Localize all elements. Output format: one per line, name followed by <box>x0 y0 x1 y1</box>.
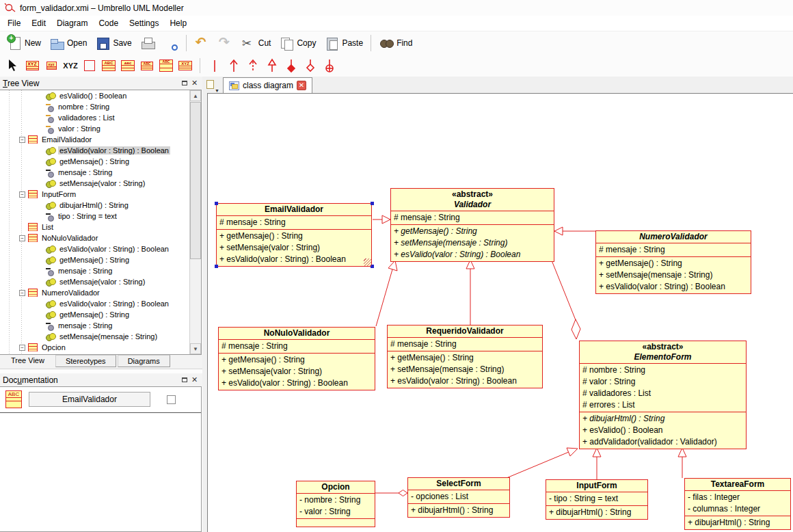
print-preview-button[interactable] <box>159 34 183 53</box>
selection-handle[interactable] <box>215 265 218 268</box>
tree-item[interactable]: −InputForm <box>0 189 189 200</box>
uml-attribute: # valor : String <box>580 376 746 388</box>
tree-item[interactable]: valor : String <box>0 123 189 134</box>
tab-diagrams[interactable]: Diagrams <box>118 355 170 367</box>
selection-handle[interactable] <box>371 202 374 205</box>
tree-item[interactable]: esValido(valor : String) : Boolean <box>0 298 189 309</box>
paste-icon <box>324 36 339 51</box>
float-icon[interactable] <box>179 375 189 385</box>
copy-button[interactable]: Copy <box>275 34 320 53</box>
tree-scrollbar[interactable]: ▲ ▼ <box>189 90 201 354</box>
tree-item[interactable]: esValido(valor : String) : Boolean <box>0 145 189 156</box>
tree-item[interactable]: getMensaje() : String <box>0 254 189 265</box>
uml-operation: + setMensaje(valor : String) <box>217 242 371 254</box>
tree-expander-icon[interactable]: − <box>19 290 25 296</box>
tree-expander-icon[interactable]: − <box>19 235 25 241</box>
composition-tool[interactable] <box>282 57 300 75</box>
box-tool[interactable] <box>81 57 98 75</box>
new-button[interactable]: New <box>3 34 45 53</box>
save-button[interactable]: Save <box>91 34 135 53</box>
window-title: form_validador.xmi – Umbrello UML Modell… <box>20 3 184 13</box>
tree-item[interactable]: List <box>0 222 189 232</box>
package-tool[interactable]: XYZ <box>176 57 194 75</box>
note-tool[interactable]: XYZ <box>23 57 41 75</box>
menu-diagram[interactable]: Diagram <box>51 16 93 30</box>
menu-code[interactable]: Code <box>93 16 124 30</box>
tab-tree-view[interactable]: Tree View <box>1 355 54 366</box>
tree-item[interactable]: −NumeroValidador <box>0 287 189 298</box>
tree-item[interactable]: mensaje : String <box>0 265 189 276</box>
uml-class-Opcion[interactable]: Opcion- nombre : String- valor : String <box>296 481 375 527</box>
main-toolbar: NewOpenSaveCutCopyPasteFind <box>0 31 793 55</box>
open-button[interactable]: Open <box>45 34 91 53</box>
uml-class-ElementoForm[interactable]: «abstract»ElementoForm# nombre : String#… <box>579 341 747 449</box>
object-tool[interactable]: xyz <box>42 57 60 75</box>
resize-grip[interactable] <box>364 258 371 266</box>
tree-item[interactable]: validadores : List <box>0 112 189 123</box>
menu-edit[interactable]: Edit <box>26 16 51 30</box>
datatype-tool[interactable]: ABC <box>138 57 156 75</box>
uml-class-SelectForm[interactable]: SelectForm- opciones : List+ dibujarHtml… <box>407 477 510 518</box>
aggregation-tool[interactable] <box>301 57 319 75</box>
tree-item[interactable]: mensaje : String <box>0 320 189 331</box>
paste-button[interactable]: Paste <box>320 34 367 53</box>
diagram-canvas[interactable]: EmailValidador# mensaje : String+ getMen… <box>207 93 793 532</box>
select-arrow-tool[interactable] <box>4 57 22 75</box>
selection-handle[interactable] <box>215 202 218 205</box>
class-tool[interactable]: ABC <box>100 57 118 75</box>
tab-list-icon[interactable]: ▼ <box>204 79 220 93</box>
close-icon[interactable]: ✕ <box>189 79 200 88</box>
tree-item[interactable]: esValido() : Boolean <box>0 90 189 101</box>
generalization-tool[interactable] <box>263 57 281 75</box>
tree-expander-icon[interactable]: − <box>19 137 25 143</box>
tree-item[interactable]: mensaje : String <box>0 167 189 178</box>
menu-file[interactable]: File <box>2 16 26 30</box>
documentation-item-name[interactable]: EmailValidador <box>29 392 150 407</box>
uml-class-RequeridoValidador[interactable]: RequeridoValidador# mensaje : String+ ge… <box>387 325 543 388</box>
interface-tool[interactable]: ᴀʙᴄ <box>119 57 137 75</box>
enum-tool[interactable]: ABC <box>157 57 175 75</box>
menu-settings[interactable]: Settings <box>124 16 164 30</box>
tree-item[interactable]: −NoNuloValidador <box>0 232 189 243</box>
redo-button[interactable] <box>213 34 237 53</box>
tab-close-icon[interactable]: ✕ <box>297 81 306 90</box>
tree-item[interactable]: getMensaje() : String <box>0 156 189 167</box>
scroll-down-icon[interactable]: ▼ <box>190 343 201 354</box>
documentation-checkbox[interactable] <box>167 395 176 404</box>
uml-class-TextareaForm[interactable]: TextareaForm- filas : Integer- columnas … <box>684 478 791 530</box>
uml-class-NoNuloValidador[interactable]: NoNuloValidador# mensaje : String+ getMe… <box>218 327 375 390</box>
menu-help[interactable]: Help <box>164 16 192 30</box>
find-button[interactable]: Find <box>375 34 416 53</box>
undo-icon <box>194 36 209 51</box>
dependency-tool[interactable] <box>244 57 262 75</box>
tab-class-diagram[interactable]: class diagram ✕ <box>223 77 312 93</box>
tree-item[interactable]: setMensaje(mensaje : String) <box>0 331 189 342</box>
association-tool[interactable] <box>206 57 224 75</box>
tree-item[interactable]: setMensaje(valor : String) <box>0 276 189 287</box>
uml-class-InputForm[interactable]: InputForm- tipo : String = text+ dibujar… <box>546 479 648 520</box>
cut-button[interactable]: Cut <box>237 34 275 53</box>
tab-stereotypes[interactable]: Stereotypes <box>55 355 116 367</box>
close-icon[interactable]: ✕ <box>189 375 200 385</box>
tree-expander-icon[interactable]: − <box>19 345 25 351</box>
tree-item[interactable]: setMensaje(valor : String) <box>0 178 189 189</box>
containment-tool[interactable] <box>321 57 338 75</box>
float-icon[interactable] <box>179 79 189 88</box>
tree-item[interactable]: −Opcion <box>0 342 189 353</box>
scroll-up-icon[interactable]: ▲ <box>190 90 201 101</box>
tree-item[interactable]: −EmailValidador <box>0 134 189 145</box>
undo-button[interactable] <box>190 34 213 53</box>
scrollbar-thumb[interactable] <box>190 102 201 259</box>
tree-item[interactable]: esValido(valor : String) : Boolean <box>0 243 189 254</box>
tree-item[interactable]: getMensaje() : String <box>0 309 189 320</box>
tree-expander-icon[interactable]: − <box>19 191 25 198</box>
uml-class-NumeroValidador[interactable]: NumeroValidador# mensaje : String+ getMe… <box>595 230 751 294</box>
uml-class-Validador[interactable]: «abstract»Validador# mensaje : String+ g… <box>390 188 554 262</box>
tree-item[interactable]: nombre : String <box>0 101 189 112</box>
tree-item[interactable]: tipo : String = text <box>0 211 189 222</box>
print-button[interactable] <box>136 34 159 53</box>
text-tool[interactable]: XYZ <box>62 57 79 75</box>
directed-association-tool[interactable] <box>225 57 243 75</box>
uml-class-EmailValidador[interactable]: EmailValidador# mensaje : String+ getMen… <box>216 203 372 267</box>
tree-item[interactable]: dibujarHtml() : String <box>0 200 189 211</box>
